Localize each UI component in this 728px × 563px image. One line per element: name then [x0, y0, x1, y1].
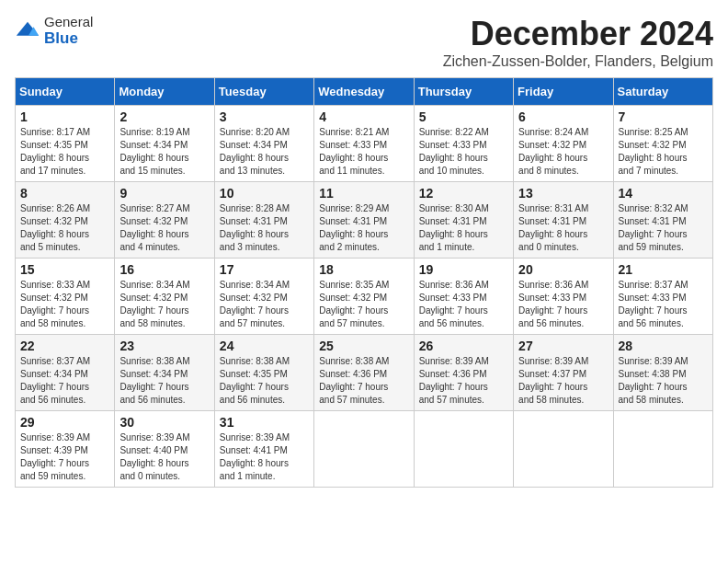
day-number-25: 25 [319, 339, 408, 353]
day-number-14: 14 [619, 186, 708, 201]
day-cell-15: 15Sunrise: 8:33 AM Sunset: 4:32 PM Dayli… [16, 259, 115, 335]
day-info-7: Sunrise: 8:25 AM Sunset: 4:32 PM Dayligh… [619, 127, 688, 176]
day-number-23: 23 [119, 339, 209, 353]
week-row-2: 8Sunrise: 8:26 AM Sunset: 4:32 PM Daylig… [16, 182, 713, 259]
day-info-10: Sunrise: 8:28 AM Sunset: 4:31 PM Dayligh… [220, 203, 290, 252]
day-number-31: 31 [220, 415, 309, 430]
day-number-19: 19 [419, 262, 508, 277]
day-cell-1: 1Sunrise: 8:17 AM Sunset: 4:35 PM Daylig… [16, 106, 115, 182]
day-cell-10: 10Sunrise: 8:28 AM Sunset: 4:31 PM Dayli… [214, 182, 313, 259]
day-info-31: Sunrise: 8:39 AM Sunset: 4:41 PM Dayligh… [220, 432, 290, 481]
month-title: December 2024 [443, 15, 713, 53]
day-cell-2: 2Sunrise: 8:19 AM Sunset: 4:34 PM Daylig… [115, 106, 214, 182]
day-cell-13: 13Sunrise: 8:31 AM Sunset: 4:31 PM Dayli… [514, 182, 613, 259]
day-info-27: Sunrise: 8:39 AM Sunset: 4:37 PM Dayligh… [518, 356, 588, 405]
day-info-17: Sunrise: 8:34 AM Sunset: 4:32 PM Dayligh… [220, 280, 290, 328]
day-cell-27: 27Sunrise: 8:39 AM Sunset: 4:37 PM Dayli… [514, 335, 613, 411]
day-cell-6: 6Sunrise: 8:24 AM Sunset: 4:32 PM Daylig… [514, 106, 613, 182]
day-info-25: Sunrise: 8:38 AM Sunset: 4:36 PM Dayligh… [319, 356, 389, 405]
day-cell-23: 23Sunrise: 8:38 AM Sunset: 4:34 PM Dayli… [115, 335, 214, 411]
week-row-1: 1Sunrise: 8:17 AM Sunset: 4:35 PM Daylig… [16, 106, 713, 182]
day-number-5: 5 [419, 109, 508, 124]
day-cell-19: 19Sunrise: 8:36 AM Sunset: 4:33 PM Dayli… [414, 259, 513, 335]
day-number-29: 29 [20, 415, 109, 430]
day-number-15: 15 [20, 262, 109, 277]
col-header-thursday: Thursday [414, 78, 513, 106]
week-row-4: 22Sunrise: 8:37 AM Sunset: 4:34 PM Dayli… [16, 335, 713, 411]
day-info-2: Sunrise: 8:19 AM Sunset: 4:34 PM Dayligh… [119, 127, 189, 176]
day-info-30: Sunrise: 8:39 AM Sunset: 4:40 PM Dayligh… [119, 432, 189, 481]
week-row-3: 15Sunrise: 8:33 AM Sunset: 4:32 PM Dayli… [16, 259, 713, 335]
logo: General Blue [15, 15, 93, 47]
logo-icon [15, 18, 40, 44]
day-info-4: Sunrise: 8:21 AM Sunset: 4:33 PM Dayligh… [319, 127, 389, 176]
day-cell-20: 20Sunrise: 8:36 AM Sunset: 4:33 PM Dayli… [514, 259, 613, 335]
day-number-30: 30 [119, 415, 209, 430]
header-row: SundayMondayTuesdayWednesdayThursdayFrid… [16, 78, 713, 106]
day-info-16: Sunrise: 8:34 AM Sunset: 4:32 PM Dayligh… [119, 280, 189, 328]
day-cell-18: 18Sunrise: 8:35 AM Sunset: 4:32 PM Dayli… [314, 259, 414, 335]
col-header-wednesday: Wednesday [314, 78, 414, 106]
day-cell-31: 31Sunrise: 8:39 AM Sunset: 4:41 PM Dayli… [214, 411, 313, 488]
col-header-friday: Friday [514, 78, 613, 106]
day-info-22: Sunrise: 8:37 AM Sunset: 4:34 PM Dayligh… [20, 356, 90, 405]
calendar-table: SundayMondayTuesdayWednesdayThursdayFrid… [15, 77, 713, 488]
day-info-3: Sunrise: 8:20 AM Sunset: 4:34 PM Dayligh… [220, 127, 290, 176]
day-cell-4: 4Sunrise: 8:21 AM Sunset: 4:33 PM Daylig… [314, 106, 414, 182]
col-header-tuesday: Tuesday [214, 78, 313, 106]
day-info-21: Sunrise: 8:37 AM Sunset: 4:33 PM Dayligh… [619, 280, 688, 328]
day-cell-16: 16Sunrise: 8:34 AM Sunset: 4:32 PM Dayli… [115, 259, 214, 335]
day-info-9: Sunrise: 8:27 AM Sunset: 4:32 PM Dayligh… [119, 203, 189, 252]
day-info-23: Sunrise: 8:38 AM Sunset: 4:34 PM Dayligh… [119, 356, 189, 405]
day-info-6: Sunrise: 8:24 AM Sunset: 4:32 PM Dayligh… [518, 127, 588, 176]
day-info-1: Sunrise: 8:17 AM Sunset: 4:35 PM Dayligh… [20, 127, 90, 176]
col-header-sunday: Sunday [16, 78, 115, 106]
day-number-1: 1 [20, 109, 109, 124]
logo-blue-text: Blue [44, 30, 93, 48]
day-info-5: Sunrise: 8:22 AM Sunset: 4:33 PM Dayligh… [419, 127, 489, 176]
day-cell-5: 5Sunrise: 8:22 AM Sunset: 4:33 PM Daylig… [414, 106, 513, 182]
day-number-16: 16 [119, 262, 209, 277]
day-cell-8: 8Sunrise: 8:26 AM Sunset: 4:32 PM Daylig… [16, 182, 115, 259]
day-number-28: 28 [619, 339, 708, 353]
day-cell-30: 30Sunrise: 8:39 AM Sunset: 4:40 PM Dayli… [115, 411, 214, 488]
day-number-13: 13 [518, 186, 608, 201]
day-number-3: 3 [220, 109, 309, 124]
day-number-11: 11 [319, 186, 408, 201]
day-number-2: 2 [119, 109, 209, 124]
day-cell-21: 21Sunrise: 8:37 AM Sunset: 4:33 PM Dayli… [613, 259, 712, 335]
logo-text: General Blue [44, 15, 93, 47]
day-info-28: Sunrise: 8:39 AM Sunset: 4:38 PM Dayligh… [619, 356, 688, 405]
day-info-12: Sunrise: 8:30 AM Sunset: 4:31 PM Dayligh… [419, 203, 489, 252]
col-header-monday: Monday [115, 78, 214, 106]
day-number-21: 21 [619, 262, 708, 277]
day-number-27: 27 [518, 339, 608, 353]
day-info-19: Sunrise: 8:36 AM Sunset: 4:33 PM Dayligh… [419, 280, 489, 328]
day-number-18: 18 [319, 262, 408, 277]
day-info-26: Sunrise: 8:39 AM Sunset: 4:36 PM Dayligh… [419, 356, 489, 405]
day-number-4: 4 [319, 109, 408, 124]
day-info-13: Sunrise: 8:31 AM Sunset: 4:31 PM Dayligh… [518, 203, 588, 252]
day-number-10: 10 [220, 186, 309, 201]
day-info-14: Sunrise: 8:32 AM Sunset: 4:31 PM Dayligh… [619, 203, 688, 252]
day-number-7: 7 [619, 109, 708, 124]
day-info-15: Sunrise: 8:33 AM Sunset: 4:32 PM Dayligh… [20, 280, 90, 328]
day-number-9: 9 [119, 186, 209, 201]
header: General Blue December 2024 Zichen-Zussen… [15, 15, 713, 70]
day-cell-3: 3Sunrise: 8:20 AM Sunset: 4:34 PM Daylig… [214, 106, 313, 182]
day-cell-24: 24Sunrise: 8:38 AM Sunset: 4:35 PM Dayli… [214, 335, 313, 411]
week-row-5: 29Sunrise: 8:39 AM Sunset: 4:39 PM Dayli… [16, 411, 713, 488]
day-info-24: Sunrise: 8:38 AM Sunset: 4:35 PM Dayligh… [220, 356, 290, 405]
day-cell-17: 17Sunrise: 8:34 AM Sunset: 4:32 PM Dayli… [214, 259, 313, 335]
day-number-22: 22 [20, 339, 109, 353]
day-info-29: Sunrise: 8:39 AM Sunset: 4:39 PM Dayligh… [20, 432, 90, 481]
day-cell-14: 14Sunrise: 8:32 AM Sunset: 4:31 PM Dayli… [613, 182, 712, 259]
day-number-24: 24 [220, 339, 309, 353]
day-cell-12: 12Sunrise: 8:30 AM Sunset: 4:31 PM Dayli… [414, 182, 513, 259]
day-number-20: 20 [518, 262, 608, 277]
day-cell-29: 29Sunrise: 8:39 AM Sunset: 4:39 PM Dayli… [16, 411, 115, 488]
empty-cell [514, 411, 613, 488]
day-info-20: Sunrise: 8:36 AM Sunset: 4:33 PM Dayligh… [518, 280, 588, 328]
day-info-18: Sunrise: 8:35 AM Sunset: 4:32 PM Dayligh… [319, 280, 389, 328]
day-info-11: Sunrise: 8:29 AM Sunset: 4:31 PM Dayligh… [319, 203, 389, 252]
